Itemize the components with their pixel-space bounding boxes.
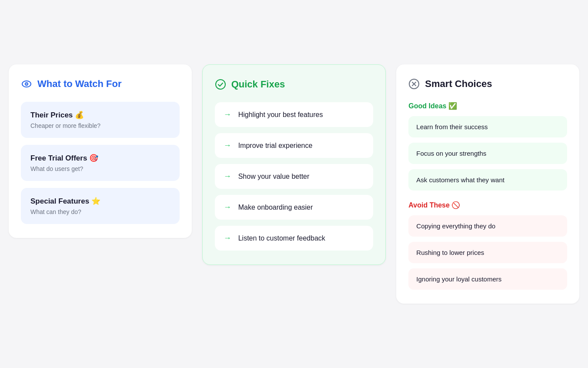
- arrow-icon-0: →: [224, 110, 231, 119]
- arrow-icon-2: →: [224, 172, 231, 181]
- svg-point-3: [216, 80, 225, 89]
- fixes-title: Quick Fixes: [231, 79, 285, 90]
- choices-panel: Smart Choices Good Ideas ✅ Learn from th…: [396, 64, 579, 304]
- bad-item-2: Ignoring your loyal customers: [408, 268, 567, 290]
- watch-item-features-title: Special Features ⭐: [30, 197, 170, 206]
- fix-item-3: → Make onboarding easier: [215, 195, 374, 220]
- good-item-2: Ask customers what they want: [408, 169, 567, 191]
- watch-panel-header: What to Watch For: [21, 78, 180, 90]
- avoid-these-label: Avoid These 🚫: [408, 201, 567, 209]
- fix-item-1: → Improve trial experience: [215, 133, 374, 158]
- good-item-0: Learn from their success: [408, 116, 567, 137]
- watch-item-features: Special Features ⭐ What can they do?: [21, 188, 180, 224]
- arrow-icon-1: →: [224, 141, 231, 150]
- bad-item-1: Rushing to lower prices: [408, 242, 567, 263]
- fix-text-2: Show your value better: [238, 173, 310, 181]
- watch-item-prices-title: Their Prices 💰: [30, 110, 170, 120]
- eye-icon: [21, 78, 32, 90]
- watch-item-prices-subtitle: Cheaper or more flexible?: [30, 122, 170, 129]
- svg-point-2: [26, 84, 27, 84]
- watch-title: What to Watch For: [37, 78, 122, 90]
- good-item-1: Focus on your strengths: [408, 143, 567, 164]
- fix-text-1: Improve trial experience: [238, 142, 313, 150]
- fix-item-2: → Show your value better: [215, 164, 374, 189]
- watch-panel: What to Watch For Their Prices 💰 Cheaper…: [9, 64, 192, 238]
- watch-item-prices: Their Prices 💰 Cheaper or more flexible?: [21, 102, 180, 138]
- watch-item-trial-subtitle: What do users get?: [30, 165, 170, 172]
- fix-text-0: Highlight your best features: [238, 111, 323, 119]
- main-container: What to Watch For Their Prices 💰 Cheaper…: [9, 64, 579, 304]
- watch-item-trial: Free Trial Offers 🎯 What do users get?: [21, 145, 180, 181]
- fix-item-4: → Listen to customer feedback: [215, 226, 374, 251]
- fix-text-4: Listen to customer feedback: [238, 234, 325, 242]
- good-ideas-label: Good Ideas ✅: [408, 102, 567, 110]
- arrow-icon-3: →: [224, 203, 231, 212]
- check-circle-icon: [215, 79, 226, 90]
- fix-item-0: → Highlight your best features: [215, 102, 374, 127]
- choices-title: Smart Choices: [425, 78, 492, 90]
- x-circle-icon: [408, 78, 420, 90]
- watch-item-trial-title: Free Trial Offers 🎯: [30, 154, 170, 163]
- watch-item-features-subtitle: What can they do?: [30, 208, 170, 215]
- fix-text-3: Make onboarding easier: [238, 204, 313, 211]
- fixes-panel-header: Quick Fixes: [215, 79, 374, 90]
- fixes-panel: Quick Fixes → Highlight your best featur…: [202, 64, 386, 265]
- choices-panel-header: Smart Choices: [408, 78, 567, 90]
- bad-item-0: Copying everything they do: [408, 215, 567, 237]
- arrow-icon-4: →: [224, 234, 231, 243]
